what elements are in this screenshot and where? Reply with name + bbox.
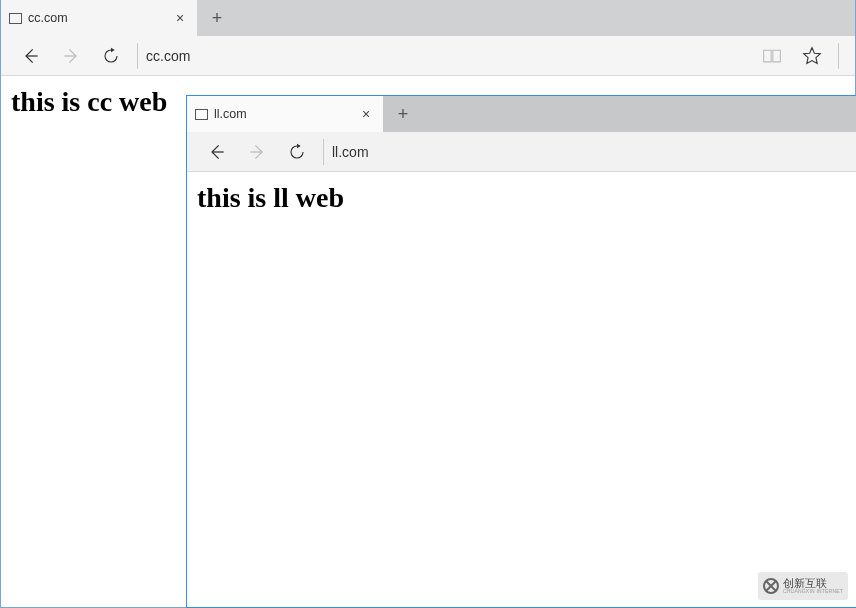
watermark-line2: CHUANGXIN INTERNET: [783, 589, 843, 594]
arrow-right-icon: [61, 46, 81, 66]
toolbar: [187, 132, 856, 172]
watermark: 创新互联 CHUANGXIN INTERNET: [758, 572, 848, 600]
tab-title: cc.com: [28, 11, 165, 25]
book-icon: [762, 47, 782, 65]
watermark-text: 创新互联 CHUANGXIN INTERNET: [783, 578, 843, 594]
page-icon: [9, 13, 22, 24]
toolbar-right: [752, 36, 845, 76]
favorites-button[interactable]: [792, 36, 832, 76]
refresh-icon: [102, 47, 120, 65]
close-tab-button[interactable]: ×: [357, 106, 375, 122]
address-bar[interactable]: [330, 140, 846, 164]
tabstrip: ll.com × +: [187, 96, 856, 132]
page-content: this is ll web: [187, 172, 856, 224]
forward-button[interactable]: [51, 36, 91, 76]
tab-active[interactable]: ll.com ×: [187, 96, 383, 132]
arrow-right-icon: [247, 142, 267, 162]
close-tab-button[interactable]: ×: [171, 10, 189, 26]
arrow-left-icon: [207, 142, 227, 162]
toolbar-divider: [137, 43, 138, 69]
new-tab-button[interactable]: +: [197, 0, 237, 36]
browser-window-front: ll.com × + this is ll web: [186, 95, 856, 608]
arrow-left-icon: [21, 46, 41, 66]
watermark-logo-icon: [763, 578, 779, 594]
star-icon: [802, 46, 822, 66]
refresh-icon: [288, 143, 306, 161]
back-button[interactable]: [11, 36, 51, 76]
tab-title: ll.com: [214, 107, 351, 121]
tabstrip: cc.com × +: [1, 0, 855, 36]
refresh-button[interactable]: [91, 36, 131, 76]
tab-active[interactable]: cc.com ×: [1, 0, 197, 36]
reading-view-button[interactable]: [752, 36, 792, 76]
refresh-button[interactable]: [277, 132, 317, 172]
toolbar: [1, 36, 855, 76]
new-tab-button[interactable]: +: [383, 96, 423, 132]
page-heading: this is ll web: [197, 182, 846, 214]
address-bar[interactable]: [144, 44, 752, 68]
toolbar-divider-right: [838, 43, 839, 69]
toolbar-divider: [323, 139, 324, 165]
back-button[interactable]: [197, 132, 237, 172]
page-icon: [195, 109, 208, 120]
forward-button[interactable]: [237, 132, 277, 172]
